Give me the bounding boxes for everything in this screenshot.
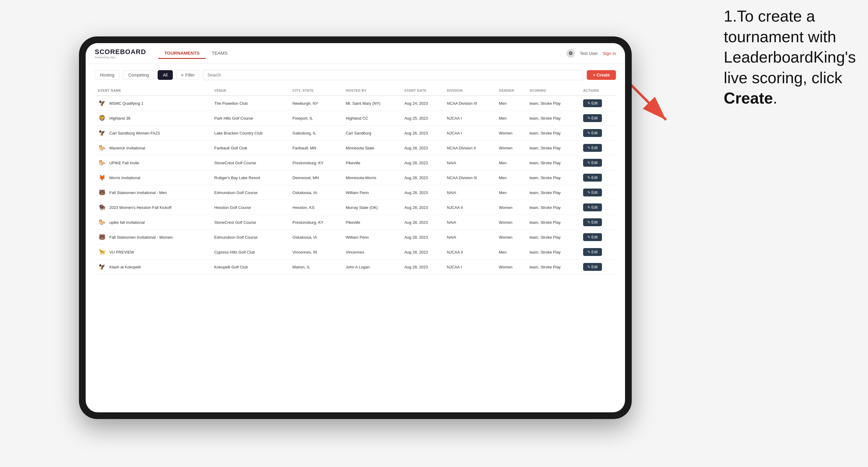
table-row: 🦊 Morris Invitational Ruttger's Bay Lake… [95,170,616,185]
hosting-filter-btn[interactable]: Hosting [95,70,119,80]
nav-tournaments[interactable]: TOURNAMENTS [158,48,206,59]
cell-division: NJCAA I [444,260,496,275]
cell-venue: Edmundson Golf Course [211,185,290,200]
edit-button[interactable]: ✎ Edit [583,114,602,122]
col-start-date: START DATE [401,86,444,96]
cell-venue: StoneCrest Golf Course [211,215,290,230]
edit-button[interactable]: ✎ Edit [583,218,602,226]
cell-division: NAIA [444,215,496,230]
cell-event-name: 🐎 upike fall invitational [95,215,211,230]
cell-date: Aug 28, 2023 [401,230,444,245]
cell-actions: ✎ Edit [580,185,616,200]
cell-hosted: William Penn [343,230,401,245]
cell-event-name: 🦅 Klash at Kokopelli [95,260,211,275]
cell-city: Vincennes, IN [289,245,343,260]
competing-filter-btn[interactable]: Competing [123,70,154,80]
edit-button[interactable]: ✎ Edit [583,263,602,271]
table-body: 🦅 MSMC Qualifying 1 The Powelton Club Ne… [95,96,616,275]
search-area [203,70,583,80]
cell-actions: ✎ Edit [580,200,616,215]
logo-scoreboard: SCOREBOARD [95,48,146,56]
event-icon: 🦁 [98,114,106,122]
table-row: 🦮 VU PREVIEW Cypress Hills Golf Club Vin… [95,245,616,260]
cell-date: Aug 25, 2023 [401,111,444,126]
cell-scoring: team, Stroke Play [527,126,580,141]
cell-actions: ✎ Edit [580,245,616,260]
event-name-text: upike fall invitational [109,220,145,225]
event-name-text: Klash at Kokopelli [109,265,141,269]
cell-city: Hesston, KS [289,200,343,215]
cell-city: Faribault, MN [289,141,343,155]
edit-button[interactable]: ✎ Edit [583,144,602,152]
cell-gender: Men [496,170,527,185]
cell-venue: Park Hills Golf Course [211,111,290,126]
filter-dropdown-btn[interactable]: ≡ Filter [177,70,199,80]
col-venue: VENUE [211,86,290,96]
signin-link[interactable]: Sign In [602,51,616,56]
cell-gender: Men [496,245,527,260]
event-name-text: MSMC Qualifying 1 [109,101,143,106]
event-icon: 🐎 [98,218,106,226]
cell-date: Aug 28, 2023 [401,170,444,185]
event-name-text: VU PREVIEW [109,250,134,254]
cell-actions: ✎ Edit [580,260,616,275]
edit-button[interactable]: ✎ Edit [583,233,602,241]
table-row: 🦅 Klash at Kokopelli Kokopelli Golf Club… [95,260,616,275]
edit-button[interactable]: ✎ Edit [583,129,602,137]
settings-icon[interactable]: ⚙ [566,49,575,58]
cell-gender: Men [496,155,527,170]
filter-bar: Hosting Competing All ≡ Filter + Create [95,70,616,80]
filter-icon: ≡ [181,72,183,77]
event-name-text: Morris Invitational [109,176,140,180]
edit-button[interactable]: ✎ Edit [583,204,602,211]
edit-button[interactable]: ✎ Edit [583,174,602,182]
cell-actions: ✎ Edit [580,230,616,245]
cell-venue: Hesston Golf Course [211,200,290,215]
cell-gender: Women [496,126,527,141]
col-division: DIVISION [444,86,496,96]
table-header: EVENT NAME VENUE CITY, STATE HOSTED BY S… [95,86,616,96]
cell-hosted: Mt. Saint Mary (NY) [343,96,401,111]
cell-gender: Women [496,215,527,230]
create-button[interactable]: + Create [587,70,616,80]
main-content: Hosting Competing All ≡ Filter + Create [86,64,625,412]
cell-gender: Men [496,96,527,111]
cell-hosted: Murray State (OK) [343,200,401,215]
cell-city: Galesburg, IL [289,126,343,141]
all-filter-btn[interactable]: All [158,70,173,80]
cell-actions: ✎ Edit [580,170,616,185]
cell-scoring: team, Stroke Play [527,185,580,200]
event-icon: 🦅 [98,99,106,107]
edit-button[interactable]: ✎ Edit [583,99,602,107]
cell-city: Oskaloosa, IA [289,230,343,245]
tournaments-table-container: EVENT NAME VENUE CITY, STATE HOSTED BY S… [95,86,616,406]
cell-gender: Women [496,141,527,155]
table-row: 🐎 upike fall invitational StoneCrest Gol… [95,215,616,230]
cell-scoring: team, Stroke Play [527,215,580,230]
event-name-text: Highland 36 [109,116,130,121]
edit-button[interactable]: ✎ Edit [583,189,602,196]
cell-gender: Women [496,260,527,275]
cell-division: NJCAA II [444,245,496,260]
event-icon: 🐻 [98,233,106,241]
cell-venue: Kokopelli Golf Club [211,260,290,275]
edit-button[interactable]: ✎ Edit [583,159,602,167]
edit-button[interactable]: ✎ Edit [583,248,602,256]
event-name-text: Maverick Invitational [109,146,145,150]
cell-scoring: team, Stroke Play [527,111,580,126]
event-name-text: UPIKE Fall Invite [109,161,139,165]
cell-date: Aug 28, 2023 [401,185,444,200]
search-input[interactable] [203,70,583,80]
cell-gender: Men [496,185,527,200]
nav-user: Test User [580,51,598,56]
cell-date: Aug 28, 2023 [401,260,444,275]
cell-division: NAIA [444,230,496,245]
event-icon: 🦮 [98,248,106,256]
cell-event-name: 🦊 Morris Invitational [95,170,211,185]
event-icon: 🐎 [98,144,106,152]
annotation-text: 1.To create a tournament with Leaderboar… [724,6,856,109]
nav-teams[interactable]: TEAMS [206,48,234,59]
cell-date: Aug 24, 2023 [401,96,444,111]
cell-event-name: 🦬 2023 Women's Hesston Fall Kickoff [95,200,211,215]
event-icon: 🦅 [98,263,106,271]
